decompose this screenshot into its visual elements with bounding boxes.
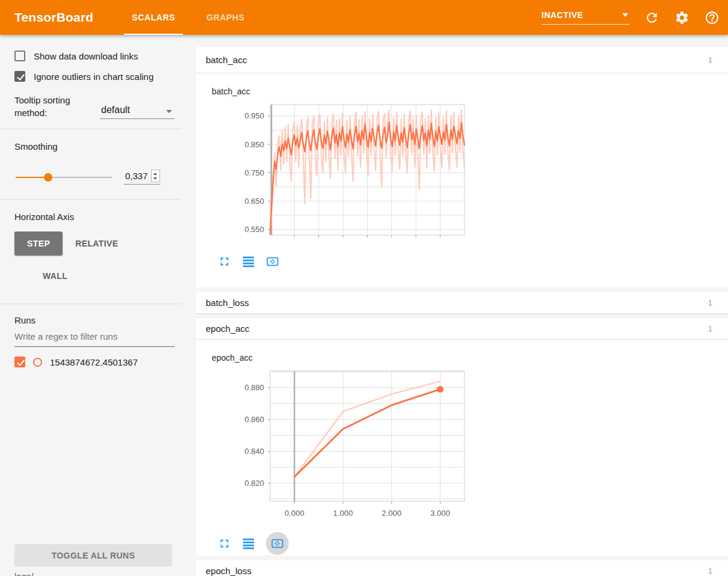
axis-wall-button[interactable]: WALL	[30, 264, 80, 288]
bars-icon	[242, 255, 255, 268]
svg-text:0.860: 0.860	[244, 415, 264, 424]
section-header-epoch-loss[interactable]: epoch_loss 1	[196, 560, 728, 576]
chart-title: batch_acc	[212, 87, 728, 96]
tooltip-sorting-row: Tooltip sorting method: default	[14, 94, 174, 119]
fullscreen-icon	[218, 537, 231, 550]
app-title: TensorBoard	[14, 10, 93, 25]
smoothing-label: Smoothing	[14, 141, 174, 152]
svg-text:0.820: 0.820	[244, 479, 264, 488]
chart-runs-selector-button[interactable]	[242, 537, 255, 550]
section-header-batch-acc[interactable]: batch_acc 1	[196, 47, 728, 73]
chevron-down-icon	[622, 13, 628, 17]
smoothing-value-field[interactable]: 0,337	[124, 170, 160, 185]
main-tabs: SCALARS GRAPHS	[116, 0, 260, 35]
chart-title: epoch_acc	[212, 353, 728, 363]
runs-filter-input[interactable]	[14, 325, 174, 347]
run-row: 1543874672.4501367	[14, 357, 174, 367]
spinner-down-icon[interactable]	[153, 177, 157, 180]
svg-text:0.840: 0.840	[244, 447, 264, 456]
settings-gear-icon	[674, 10, 689, 25]
app-header: TensorBoard SCALARS GRAPHS INACTIVE	[0, 0, 728, 35]
show-download-links-label: Show data download links	[34, 51, 138, 61]
svg-text:0.880: 0.880	[244, 383, 264, 392]
tab-graphs[interactable]: GRAPHS	[191, 0, 261, 35]
tooltip-sorting-select[interactable]: default	[100, 101, 174, 119]
chart-card-batch-acc: batch_acc 0.9500.8500.7500.6500.550	[196, 73, 728, 287]
runs-footer-path: logs/	[14, 571, 34, 576]
axis-relative-button[interactable]: RELATIVE	[63, 231, 131, 256]
settings-button[interactable]	[674, 10, 689, 25]
divider	[0, 304, 182, 304]
chart-fit-domain-button[interactable]	[266, 255, 279, 268]
tooltip-sorting-label: Tooltip sorting method:	[14, 94, 91, 119]
smoothing-slider-thumb[interactable]	[44, 173, 52, 182]
fit-domain-icon	[266, 255, 279, 268]
svg-text:2.000: 2.000	[382, 509, 402, 518]
status-dropdown[interactable]: INACTIVE	[541, 10, 629, 25]
divider	[0, 129, 182, 129]
bars-icon	[242, 537, 255, 550]
show-download-links-checkbox[interactable]	[14, 51, 25, 61]
batch-acc-chart[interactable]: 0.9500.8500.7500.6500.550	[212, 100, 477, 241]
horizontal-axis-buttons: STEP RELATIVE WALL	[14, 231, 159, 288]
ignore-outliers-label: Ignore outliers in chart scaling	[34, 72, 153, 82]
smoothing-slider[interactable]	[16, 177, 112, 178]
status-label: INACTIVE	[541, 10, 583, 20]
horizontal-axis-label: Horizontal Axis	[14, 212, 174, 222]
tab-scalars[interactable]: SCALARS	[116, 0, 191, 35]
fit-domain-icon	[271, 537, 284, 550]
ignore-outliers-checkbox[interactable]	[14, 71, 25, 82]
help-button[interactable]	[704, 10, 720, 25]
chart-card-epoch-acc: epoch_acc 0.0001.0002.0003.0000.8800.860…	[196, 340, 728, 556]
axis-step-button[interactable]: STEP	[14, 231, 63, 256]
smoothing-slider-fill	[16, 177, 48, 178]
svg-text:3.000: 3.000	[430, 509, 450, 518]
spinner-up-icon[interactable]	[153, 173, 157, 175]
chart-fullscreen-button[interactable]	[218, 537, 231, 550]
spacer	[196, 314, 728, 318]
run-checkbox[interactable]	[14, 357, 25, 367]
settings-sidebar: Show data download links Ignore outliers…	[0, 35, 182, 576]
run-color-swatch[interactable]	[33, 358, 42, 367]
section-header-epoch-acc[interactable]: epoch_acc 1	[196, 318, 728, 340]
run-name: 1543874672.4501367	[50, 357, 138, 367]
svg-text:0.850: 0.850	[244, 140, 264, 149]
section-count: 1	[708, 298, 712, 307]
section-header-batch-loss[interactable]: batch_loss 1	[196, 292, 728, 314]
scalars-dashboard: batch_acc 1 batch_acc 0.9500.8500.7500.6…	[182, 35, 728, 576]
section-count: 1	[708, 324, 712, 333]
chart-fullscreen-button[interactable]	[218, 255, 231, 268]
section-title: batch_acc	[206, 55, 247, 65]
show-download-links-row: Show data download links	[14, 51, 174, 61]
runs-label: Runs	[14, 315, 174, 325]
help-icon	[705, 10, 720, 25]
divider	[0, 199, 182, 200]
refresh-icon	[644, 10, 659, 25]
section-count: 1	[708, 566, 712, 575]
spacer	[196, 287, 728, 292]
chart-fit-domain-button[interactable]	[266, 532, 289, 555]
chart-runs-selector-button[interactable]	[242, 255, 255, 268]
header-actions: INACTIVE	[541, 10, 720, 25]
section-title: epoch_acc	[206, 323, 250, 334]
svg-text:0.650: 0.650	[244, 197, 264, 206]
tab-scalars-label: SCALARS	[132, 13, 175, 22]
section-count: 1	[708, 55, 712, 64]
smoothing-value: 0,337	[125, 171, 148, 181]
tab-graphs-label: GRAPHS	[206, 13, 245, 22]
ignore-outliers-row: Ignore outliers in chart scaling	[14, 71, 174, 82]
svg-text:0.550: 0.550	[244, 225, 264, 234]
epoch-acc-chart[interactable]: 0.0001.0002.0003.0000.8800.8600.8400.820	[212, 366, 477, 523]
chart-actions	[218, 250, 728, 274]
svg-text:0.950: 0.950	[244, 111, 264, 120]
svg-text:1.000: 1.000	[333, 509, 353, 518]
smoothing-spinner[interactable]	[151, 170, 160, 182]
section-title: epoch_loss	[206, 566, 251, 576]
svg-text:0.750: 0.750	[244, 168, 264, 177]
smoothing-row: 0,337	[14, 170, 174, 185]
spacer	[196, 556, 728, 560]
svg-text:0.000: 0.000	[285, 509, 304, 518]
refresh-button[interactable]	[644, 10, 659, 25]
toggle-all-runs-button[interactable]: TOGGLE ALL RUNS	[14, 544, 172, 566]
fullscreen-icon	[218, 255, 231, 268]
